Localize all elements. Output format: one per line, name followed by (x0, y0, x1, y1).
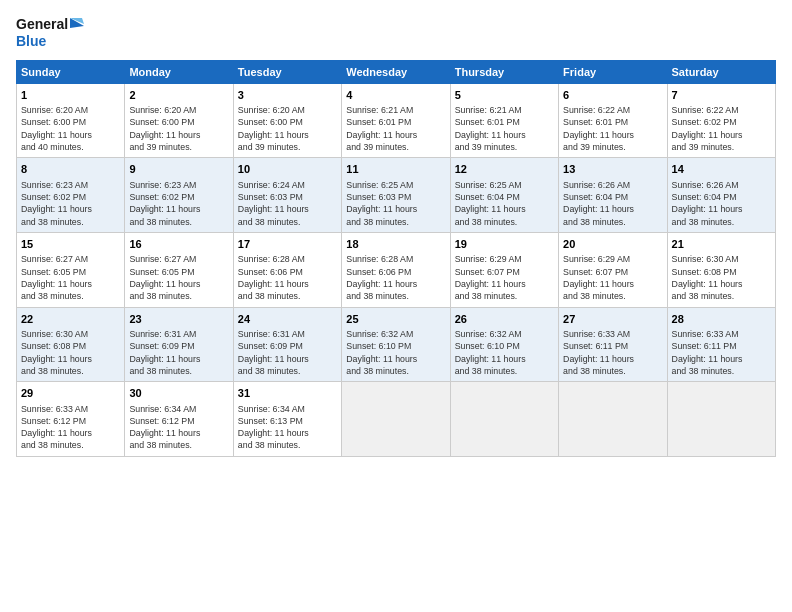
day-number: 12 (455, 162, 554, 177)
day-number: 19 (455, 237, 554, 252)
table-cell: 6Sunrise: 6:22 AMSunset: 6:01 PMDaylight… (559, 83, 667, 158)
calendar-week-row: 8Sunrise: 6:23 AMSunset: 6:02 PMDaylight… (17, 158, 776, 233)
calendar-week-row: 1Sunrise: 6:20 AMSunset: 6:00 PMDaylight… (17, 83, 776, 158)
table-cell: 30Sunrise: 6:34 AMSunset: 6:12 PMDayligh… (125, 382, 233, 457)
table-cell: 16Sunrise: 6:27 AMSunset: 6:05 PMDayligh… (125, 232, 233, 307)
table-cell: 23Sunrise: 6:31 AMSunset: 6:09 PMDayligh… (125, 307, 233, 382)
day-number: 28 (672, 312, 771, 327)
day-number: 29 (21, 386, 120, 401)
day-info: Sunrise: 6:28 AMSunset: 6:06 PMDaylight:… (238, 253, 337, 302)
table-cell: 19Sunrise: 6:29 AMSunset: 6:07 PMDayligh… (450, 232, 558, 307)
day-info: Sunrise: 6:31 AMSunset: 6:09 PMDaylight:… (238, 328, 337, 377)
table-cell: 13Sunrise: 6:26 AMSunset: 6:04 PMDayligh… (559, 158, 667, 233)
header-row: Sunday Monday Tuesday Wednesday Thursday… (17, 60, 776, 83)
table-cell: 18Sunrise: 6:28 AMSunset: 6:06 PMDayligh… (342, 232, 450, 307)
table-cell: 3Sunrise: 6:20 AMSunset: 6:00 PMDaylight… (233, 83, 341, 158)
day-info: Sunrise: 6:33 AMSunset: 6:11 PMDaylight:… (563, 328, 662, 377)
day-info: Sunrise: 6:21 AMSunset: 6:01 PMDaylight:… (346, 104, 445, 153)
day-info: Sunrise: 6:23 AMSunset: 6:02 PMDaylight:… (129, 179, 228, 228)
day-number: 21 (672, 237, 771, 252)
day-info: Sunrise: 6:26 AMSunset: 6:04 PMDaylight:… (672, 179, 771, 228)
day-info: Sunrise: 6:27 AMSunset: 6:05 PMDaylight:… (129, 253, 228, 302)
day-info: Sunrise: 6:33 AMSunset: 6:11 PMDaylight:… (672, 328, 771, 377)
logo: General Blue (16, 16, 86, 50)
day-number: 22 (21, 312, 120, 327)
table-cell: 31Sunrise: 6:34 AMSunset: 6:13 PMDayligh… (233, 382, 341, 457)
day-info: Sunrise: 6:30 AMSunset: 6:08 PMDaylight:… (672, 253, 771, 302)
day-info: Sunrise: 6:24 AMSunset: 6:03 PMDaylight:… (238, 179, 337, 228)
table-cell (342, 382, 450, 457)
day-info: Sunrise: 6:25 AMSunset: 6:04 PMDaylight:… (455, 179, 554, 228)
day-info: Sunrise: 6:34 AMSunset: 6:13 PMDaylight:… (238, 403, 337, 452)
day-number: 7 (672, 88, 771, 103)
table-cell: 22Sunrise: 6:30 AMSunset: 6:08 PMDayligh… (17, 307, 125, 382)
table-cell (559, 382, 667, 457)
col-wednesday: Wednesday (342, 60, 450, 83)
table-cell: 10Sunrise: 6:24 AMSunset: 6:03 PMDayligh… (233, 158, 341, 233)
day-number: 13 (563, 162, 662, 177)
col-sunday: Sunday (17, 60, 125, 83)
day-info: Sunrise: 6:26 AMSunset: 6:04 PMDaylight:… (563, 179, 662, 228)
table-cell: 1Sunrise: 6:20 AMSunset: 6:00 PMDaylight… (17, 83, 125, 158)
day-number: 10 (238, 162, 337, 177)
day-number: 2 (129, 88, 228, 103)
day-info: Sunrise: 6:32 AMSunset: 6:10 PMDaylight:… (346, 328, 445, 377)
page-header: General Blue (16, 16, 776, 50)
table-cell: 27Sunrise: 6:33 AMSunset: 6:11 PMDayligh… (559, 307, 667, 382)
day-number: 9 (129, 162, 228, 177)
day-info: Sunrise: 6:31 AMSunset: 6:09 PMDaylight:… (129, 328, 228, 377)
col-monday: Monday (125, 60, 233, 83)
table-cell: 14Sunrise: 6:26 AMSunset: 6:04 PMDayligh… (667, 158, 775, 233)
day-number: 3 (238, 88, 337, 103)
table-cell: 28Sunrise: 6:33 AMSunset: 6:11 PMDayligh… (667, 307, 775, 382)
table-cell: 8Sunrise: 6:23 AMSunset: 6:02 PMDaylight… (17, 158, 125, 233)
table-cell: 5Sunrise: 6:21 AMSunset: 6:01 PMDaylight… (450, 83, 558, 158)
day-info: Sunrise: 6:29 AMSunset: 6:07 PMDaylight:… (455, 253, 554, 302)
day-number: 15 (21, 237, 120, 252)
day-number: 20 (563, 237, 662, 252)
day-number: 27 (563, 312, 662, 327)
table-cell: 24Sunrise: 6:31 AMSunset: 6:09 PMDayligh… (233, 307, 341, 382)
day-number: 1 (21, 88, 120, 103)
day-number: 23 (129, 312, 228, 327)
table-cell: 15Sunrise: 6:27 AMSunset: 6:05 PMDayligh… (17, 232, 125, 307)
day-number: 24 (238, 312, 337, 327)
day-number: 31 (238, 386, 337, 401)
table-cell: 12Sunrise: 6:25 AMSunset: 6:04 PMDayligh… (450, 158, 558, 233)
day-number: 14 (672, 162, 771, 177)
table-cell: 9Sunrise: 6:23 AMSunset: 6:02 PMDaylight… (125, 158, 233, 233)
table-cell: 4Sunrise: 6:21 AMSunset: 6:01 PMDaylight… (342, 83, 450, 158)
day-info: Sunrise: 6:25 AMSunset: 6:03 PMDaylight:… (346, 179, 445, 228)
table-cell: 17Sunrise: 6:28 AMSunset: 6:06 PMDayligh… (233, 232, 341, 307)
calendar-week-row: 15Sunrise: 6:27 AMSunset: 6:05 PMDayligh… (17, 232, 776, 307)
day-info: Sunrise: 6:22 AMSunset: 6:01 PMDaylight:… (563, 104, 662, 153)
calendar-week-row: 29Sunrise: 6:33 AMSunset: 6:12 PMDayligh… (17, 382, 776, 457)
day-info: Sunrise: 6:23 AMSunset: 6:02 PMDaylight:… (21, 179, 120, 228)
day-number: 8 (21, 162, 120, 177)
col-saturday: Saturday (667, 60, 775, 83)
table-cell: 7Sunrise: 6:22 AMSunset: 6:02 PMDaylight… (667, 83, 775, 158)
day-info: Sunrise: 6:28 AMSunset: 6:06 PMDaylight:… (346, 253, 445, 302)
day-info: Sunrise: 6:20 AMSunset: 6:00 PMDaylight:… (129, 104, 228, 153)
day-info: Sunrise: 6:33 AMSunset: 6:12 PMDaylight:… (21, 403, 120, 452)
calendar-table: Sunday Monday Tuesday Wednesday Thursday… (16, 60, 776, 457)
day-number: 17 (238, 237, 337, 252)
table-cell: 25Sunrise: 6:32 AMSunset: 6:10 PMDayligh… (342, 307, 450, 382)
day-number: 4 (346, 88, 445, 103)
calendar-page: General Blue Sunday Monday Tuesday Wedne… (0, 0, 792, 612)
table-cell: 2Sunrise: 6:20 AMSunset: 6:00 PMDaylight… (125, 83, 233, 158)
day-info: Sunrise: 6:30 AMSunset: 6:08 PMDaylight:… (21, 328, 120, 377)
table-cell (667, 382, 775, 457)
table-cell: 21Sunrise: 6:30 AMSunset: 6:08 PMDayligh… (667, 232, 775, 307)
day-info: Sunrise: 6:29 AMSunset: 6:07 PMDaylight:… (563, 253, 662, 302)
day-number: 26 (455, 312, 554, 327)
table-cell: 26Sunrise: 6:32 AMSunset: 6:10 PMDayligh… (450, 307, 558, 382)
day-info: Sunrise: 6:34 AMSunset: 6:12 PMDaylight:… (129, 403, 228, 452)
col-friday: Friday (559, 60, 667, 83)
day-info: Sunrise: 6:21 AMSunset: 6:01 PMDaylight:… (455, 104, 554, 153)
day-number: 6 (563, 88, 662, 103)
day-info: Sunrise: 6:27 AMSunset: 6:05 PMDaylight:… (21, 253, 120, 302)
table-cell (450, 382, 558, 457)
col-thursday: Thursday (450, 60, 558, 83)
col-tuesday: Tuesday (233, 60, 341, 83)
